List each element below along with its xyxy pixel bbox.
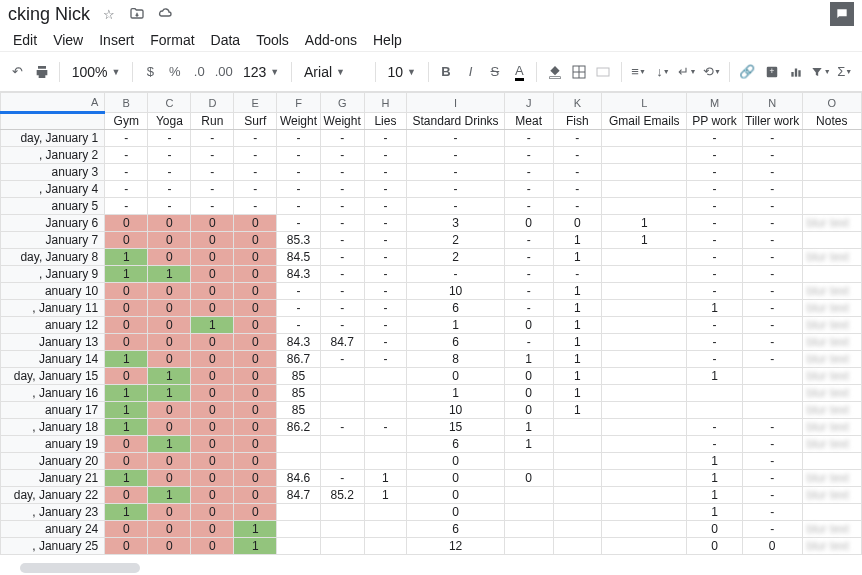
menu-view[interactable]: View: [46, 28, 90, 52]
cell[interactable]: 15: [407, 419, 504, 436]
cell[interactable]: 0: [148, 538, 191, 555]
cell[interactable]: -: [234, 130, 277, 147]
cell[interactable]: 0: [148, 419, 191, 436]
cell[interactable]: 0: [191, 300, 234, 317]
cell[interactable]: [602, 368, 687, 385]
cell[interactable]: [364, 436, 407, 453]
cell[interactable]: [602, 130, 687, 147]
cell[interactable]: 0: [234, 504, 277, 521]
cell[interactable]: [742, 368, 802, 385]
cell[interactable]: -: [191, 181, 234, 198]
field-header[interactable]: PP work: [687, 113, 742, 130]
zoom-select[interactable]: 100%▼: [66, 59, 127, 85]
cell[interactable]: [802, 198, 861, 215]
cell[interactable]: [364, 504, 407, 521]
cell[interactable]: 0: [148, 521, 191, 538]
cell[interactable]: -: [105, 164, 148, 181]
cell[interactable]: -: [407, 266, 504, 283]
cell[interactable]: [553, 470, 602, 487]
cell[interactable]: [364, 453, 407, 470]
cell[interactable]: -: [191, 164, 234, 181]
col-header-F[interactable]: F: [277, 93, 321, 113]
cell[interactable]: 0: [148, 470, 191, 487]
cell[interactable]: 0: [234, 487, 277, 504]
cell[interactable]: -: [553, 147, 602, 164]
cell[interactable]: 0: [407, 487, 504, 504]
link-icon[interactable]: 🔗: [736, 59, 758, 85]
cell[interactable]: -: [553, 266, 602, 283]
field-header[interactable]: Gym: [105, 113, 148, 130]
cell[interactable]: [364, 368, 407, 385]
comment-add-icon[interactable]: +: [760, 59, 782, 85]
cell[interactable]: [687, 402, 742, 419]
cell[interactable]: 0: [191, 266, 234, 283]
cell[interactable]: -: [364, 232, 407, 249]
cell[interactable]: 10: [407, 283, 504, 300]
cell[interactable]: 0: [191, 249, 234, 266]
cell[interactable]: [320, 385, 364, 402]
cell[interactable]: [602, 181, 687, 198]
field-header[interactable]: Standard Drinks: [407, 113, 504, 130]
cell[interactable]: -: [364, 198, 407, 215]
field-header[interactable]: Lies: [364, 113, 407, 130]
date-cell[interactable]: January 6: [1, 215, 105, 232]
cell[interactable]: -: [504, 300, 553, 317]
cell[interactable]: -: [364, 130, 407, 147]
cell[interactable]: 1: [602, 215, 687, 232]
cell[interactable]: -: [742, 130, 802, 147]
text-color-icon[interactable]: A: [508, 59, 530, 85]
cell[interactable]: -: [320, 164, 364, 181]
cell[interactable]: -: [407, 130, 504, 147]
cell[interactable]: 1: [105, 419, 148, 436]
cell[interactable]: 12: [407, 538, 504, 555]
cell[interactable]: 0: [234, 419, 277, 436]
menu-format[interactable]: Format: [143, 28, 201, 52]
cell[interactable]: 1: [364, 487, 407, 504]
cell[interactable]: 1: [553, 317, 602, 334]
cell[interactable]: [602, 266, 687, 283]
cell[interactable]: -: [742, 334, 802, 351]
cell[interactable]: 1: [364, 470, 407, 487]
cloud-icon[interactable]: [156, 5, 174, 23]
cell[interactable]: 85: [277, 368, 321, 385]
cell[interactable]: [364, 521, 407, 538]
cell[interactable]: [553, 436, 602, 453]
cell[interactable]: -: [277, 215, 321, 232]
cell[interactable]: [602, 198, 687, 215]
cell[interactable]: -: [742, 147, 802, 164]
cell[interactable]: 0: [191, 368, 234, 385]
cell[interactable]: [364, 385, 407, 402]
cell[interactable]: 1: [553, 249, 602, 266]
cell[interactable]: 1: [602, 232, 687, 249]
cell[interactable]: 0: [148, 504, 191, 521]
cell[interactable]: -: [742, 317, 802, 334]
cell[interactable]: -: [320, 283, 364, 300]
cell[interactable]: [602, 521, 687, 538]
cell[interactable]: 1: [407, 317, 504, 334]
percent-icon[interactable]: %: [164, 59, 186, 85]
cell[interactable]: [504, 487, 553, 504]
cell[interactable]: 0: [105, 453, 148, 470]
cell[interactable]: [320, 538, 364, 555]
cell[interactable]: 0: [234, 402, 277, 419]
decimal-decrease-icon[interactable]: .0: [188, 59, 210, 85]
cell[interactable]: -: [504, 130, 553, 147]
cell[interactable]: [320, 504, 364, 521]
date-cell[interactable]: anuary 10: [1, 283, 105, 300]
cell[interactable]: [602, 419, 687, 436]
cell[interactable]: blur text: [802, 334, 861, 351]
cell[interactable]: -: [687, 419, 742, 436]
cell[interactable]: 0: [407, 470, 504, 487]
cell[interactable]: 0: [504, 317, 553, 334]
cell[interactable]: -: [504, 266, 553, 283]
cell[interactable]: -: [742, 419, 802, 436]
cell[interactable]: 1: [105, 249, 148, 266]
cell[interactable]: 0: [148, 300, 191, 317]
cell[interactable]: -: [742, 487, 802, 504]
cell[interactable]: -: [504, 198, 553, 215]
cell[interactable]: 0: [504, 368, 553, 385]
strike-icon[interactable]: S: [484, 59, 506, 85]
cell[interactable]: 0: [148, 283, 191, 300]
cell[interactable]: -: [364, 147, 407, 164]
field-header[interactable]: Run: [191, 113, 234, 130]
